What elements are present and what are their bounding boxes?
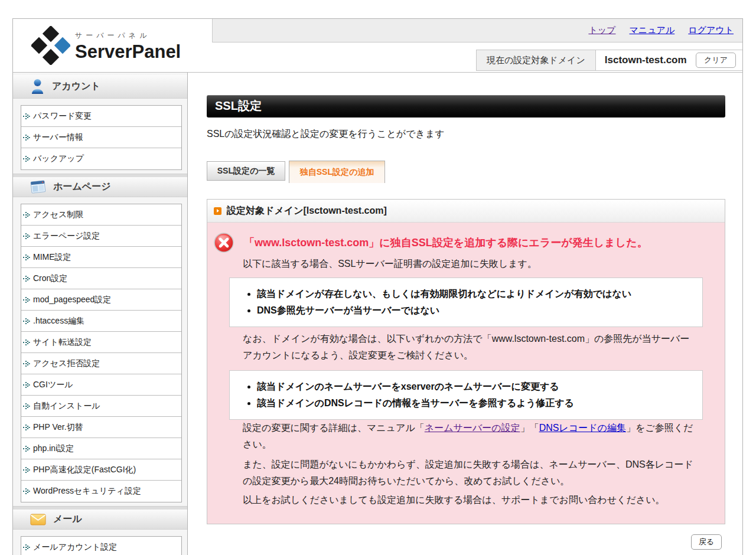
arrow-bullet-icon bbox=[23, 134, 30, 141]
sidebar-section-homepage-header: ホームページ bbox=[13, 177, 187, 197]
sidebar-item[interactable]: WordPressセキュリティ設定 bbox=[21, 481, 181, 502]
sidebar-item[interactable]: パスワード変更 bbox=[21, 106, 181, 127]
sidebar-item-label: バックアップ bbox=[33, 154, 84, 164]
sidebar-item[interactable]: mod_pagespeed設定 bbox=[21, 289, 181, 311]
page-title: SSL設定 bbox=[207, 95, 725, 117]
sidebar-item-label: エラーページ設定 bbox=[33, 231, 100, 241]
arrow-bullet-icon bbox=[23, 403, 30, 410]
sidebar-item-label: WordPressセキュリティ設定 bbox=[33, 486, 141, 497]
sidebar-item-label: 自動インストール bbox=[33, 401, 100, 412]
sidebar-section-mail: メール メールアカウント設定 bbox=[13, 510, 187, 555]
error-title: 「www.lsctown-test.com」に独自SSL設定を追加する際にエラー… bbox=[244, 236, 647, 250]
tab-add-ssl[interactable]: 独自SSL設定の追加 bbox=[289, 161, 385, 183]
arrow-bullet-icon bbox=[23, 233, 30, 240]
retry-paragraph: また、設定に問題がないにもかかわらず、設定追加に失敗する場合は、ネームサーバー、… bbox=[243, 456, 696, 489]
sidebar-item-label: サーバー情報 bbox=[33, 132, 83, 143]
sidebar-item[interactable]: サーバー情報 bbox=[21, 127, 181, 148]
cause-item: DNS参照先サーバーが当サーバーではない bbox=[257, 302, 693, 319]
sidebar-item[interactable]: .htaccess編集 bbox=[21, 311, 181, 332]
dns-manual-link[interactable]: DNSレコードの編集 bbox=[539, 423, 626, 433]
current-domain-bar: 現在の設定対象ドメイン lsctown-test.com クリア bbox=[476, 50, 742, 71]
top-links-bar: トップ マニュアル ログアウト bbox=[212, 19, 742, 43]
sidebar-item[interactable]: バックアップ bbox=[21, 148, 181, 169]
sidebar-item-label: メールアカウント設定 bbox=[33, 542, 117, 553]
sidebar-item[interactable]: Cron設定 bbox=[21, 268, 181, 289]
sidebar-item-label: サイト転送設定 bbox=[33, 337, 92, 348]
logo-diamonds-icon bbox=[31, 26, 70, 65]
sidebar-item[interactable]: php.ini設定 bbox=[21, 438, 181, 459]
sidebar-item[interactable]: 自動インストール bbox=[21, 396, 181, 417]
target-domain-header: 設定対象ドメイン[lsctown-test.com] bbox=[207, 200, 725, 223]
arrow-bullet-icon bbox=[23, 113, 30, 120]
homepage-window-icon bbox=[30, 180, 46, 194]
account-person-icon bbox=[30, 79, 45, 94]
arrow-bullet-icon bbox=[23, 275, 30, 282]
logout-link[interactable]: ログアウト bbox=[688, 25, 734, 36]
main-content: SSL設定 SSLの設定状況確認と設定の変更を行うことができます SSL設定の一… bbox=[188, 73, 742, 555]
top-link[interactable]: トップ bbox=[588, 25, 615, 36]
sidebar-section-account-header: アカウント bbox=[13, 75, 187, 99]
sidebar-item[interactable]: エラーページ設定 bbox=[21, 226, 181, 247]
sidebar-section-mail-header: メール bbox=[13, 510, 187, 530]
sidebar-item-label: アクセス制限 bbox=[33, 210, 83, 220]
sidebar-item-label: パスワード変更 bbox=[33, 111, 92, 122]
sidebar-item-label: MIME設定 bbox=[33, 252, 71, 263]
content-box: 設定対象ドメイン[lsctown-test.com] 「www.lsctown-… bbox=[207, 199, 725, 524]
server-panel-window: サーバーパネル ServerPanel トップ マニュアル ログアウト 現在の設… bbox=[12, 18, 743, 555]
sidebar-item-label: PHP Ver.切替 bbox=[33, 422, 83, 433]
sidebar-section-title: ホームページ bbox=[53, 181, 111, 193]
sidebar-item-label: .htaccess編集 bbox=[33, 316, 84, 327]
manual-link[interactable]: マニュアル bbox=[629, 25, 674, 36]
arrow-bullet-icon bbox=[23, 445, 30, 452]
support-paragraph: 以上をお試しくださいましても設定追加に失敗する場合は、サポートまでお問い合わせく… bbox=[243, 492, 696, 508]
arrow-bullet-icon bbox=[23, 466, 30, 474]
sidebar-item[interactable]: CGIツール bbox=[21, 374, 181, 396]
sidebar-item-label: CGIツール bbox=[33, 380, 73, 390]
nameserver-manual-link[interactable]: ネームサーバーの設定 bbox=[425, 423, 520, 433]
arrow-bullet-icon bbox=[23, 488, 30, 495]
sidebar-item[interactable]: メールアカウント設定 bbox=[21, 537, 181, 555]
arrow-bullet-icon bbox=[23, 339, 30, 346]
orange-arrow-icon bbox=[214, 207, 221, 215]
tabs: SSL設定の一覧 独自SSL設定の追加 bbox=[207, 161, 725, 183]
header: サーバーパネル ServerPanel トップ マニュアル ログアウト 現在の設… bbox=[13, 19, 742, 73]
sidebar-item[interactable]: サイト転送設定 bbox=[21, 332, 181, 353]
sidebar-item[interactable]: MIME設定 bbox=[21, 247, 181, 268]
sidebar-item[interactable]: アクセス制限 bbox=[21, 204, 181, 226]
arrow-bullet-icon bbox=[23, 254, 30, 261]
error-intro: 以下に該当する場合、SSLサーバー証明書の設定追加に失敗します。 bbox=[243, 256, 696, 272]
brand-title: ServerPanel bbox=[75, 43, 181, 61]
cause-item: 該当ドメインが存在しない、もしくは有効期限切れなどによりドメインが有効ではない bbox=[257, 286, 693, 302]
sidebar-item-label: Cron設定 bbox=[33, 273, 67, 284]
current-domain-value: lsctown-test.com bbox=[596, 54, 687, 66]
arrow-bullet-icon bbox=[23, 155, 30, 162]
back-button[interactable]: 戻る bbox=[691, 534, 722, 550]
error-panel: 「www.lsctown-test.com」に独自SSL設定を追加する際にエラー… bbox=[207, 223, 725, 524]
arrow-bullet-icon bbox=[23, 544, 30, 551]
solution-item: 該当ドメインのDNSレコードの情報を当サーバーを参照するよう修正する bbox=[257, 395, 693, 412]
tab-ssl-list[interactable]: SSL設定の一覧 bbox=[207, 161, 285, 181]
sidebar: アカウント パスワード変更 サーバー情報 bbox=[13, 73, 188, 555]
sidebar-section-title: メール bbox=[53, 513, 82, 525]
sidebar-item-label: PHP高速化設定(FastCGI化) bbox=[33, 465, 136, 475]
solutions-box: 該当ドメインのネームサーバーをxserverのネームサーバーに変更する該当ドメイ… bbox=[229, 370, 703, 420]
arrow-bullet-icon bbox=[23, 318, 30, 325]
arrow-bullet-icon bbox=[23, 211, 30, 218]
sidebar-section-account: アカウント パスワード変更 サーバー情報 bbox=[13, 75, 187, 174]
sidebar-item-label: アクセス拒否設定 bbox=[33, 358, 100, 369]
logo[interactable]: サーバーパネル ServerPanel bbox=[13, 19, 212, 72]
sidebar-item[interactable]: PHP Ver.切替 bbox=[21, 417, 181, 438]
target-domain-text: 設定対象ドメイン[lsctown-test.com] bbox=[227, 205, 387, 217]
clear-domain-button[interactable]: クリア bbox=[696, 53, 736, 68]
page-description: SSLの設定状況確認と設定の変更を行うことができます bbox=[207, 127, 725, 141]
sidebar-section-title: アカウント bbox=[52, 80, 100, 93]
manual-paragraph: 設定の変更に関する詳細は、マニュアル「ネームサーバーの設定」「DNSレコードの編… bbox=[243, 420, 696, 453]
arrow-bullet-icon bbox=[23, 381, 30, 389]
arrow-bullet-icon bbox=[23, 424, 30, 431]
causes-box: 該当ドメインが存在しない、もしくは有効期限切れなどによりドメインが有効ではないD… bbox=[229, 278, 703, 327]
sidebar-item-label: php.ini設定 bbox=[33, 443, 74, 454]
sidebar-item[interactable]: PHP高速化設定(FastCGI化) bbox=[21, 459, 181, 481]
sidebar-item[interactable]: アクセス拒否設定 bbox=[21, 353, 181, 374]
solution-item: 該当ドメインのネームサーバーをxserverのネームサーバーに変更する bbox=[257, 378, 693, 395]
error-icon bbox=[214, 233, 234, 253]
